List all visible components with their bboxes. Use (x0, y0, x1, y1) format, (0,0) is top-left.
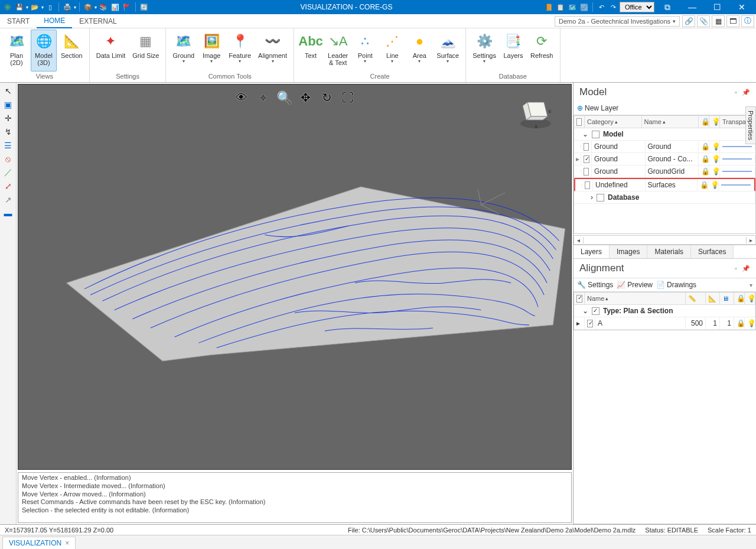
ground-button[interactable]: 🗺️Ground▾ (170, 30, 197, 72)
line3-icon[interactable]: ↗ (2, 194, 14, 206)
alignment-button[interactable]: 〰️Alignment▾ (255, 30, 290, 72)
image-button[interactable]: 🖼️Image▾ (198, 30, 224, 72)
tree-row[interactable]: ▸GroundGround - Co...🔒💡 (574, 153, 755, 165)
db-refresh-button[interactable]: ⟳Refresh (527, 30, 556, 72)
mini-help-icon[interactable]: ⓘ (741, 15, 754, 27)
tb-icon4[interactable]: 📈 (579, 2, 589, 12)
model-panel-tabs: Layers Images Materials Surfaces (573, 245, 756, 258)
dock-icon[interactable]: ▫ (735, 265, 737, 272)
tab-materials[interactable]: Materials (647, 245, 691, 258)
log-line: Move Vertex - Arrow moved... (Informatio… (22, 490, 568, 499)
tree-hscroll[interactable]: ◂▸ (573, 235, 756, 245)
redo-icon[interactable]: ↷ (608, 2, 618, 12)
undo-icon[interactable]: ↶ (596, 2, 607, 12)
align-type-row[interactable]: ⌄Type: Plan & Section (574, 305, 755, 317)
leader-text-button[interactable]: ↘ALeader & Text (325, 30, 351, 72)
tree-database[interactable]: ›Database (574, 191, 755, 204)
log-line: Reset Commands - Active commands have be… (22, 498, 568, 506)
maximize-icon[interactable]: ☐ (705, 0, 729, 14)
properties-tab[interactable]: Properties (745, 106, 756, 144)
restore-window-icon[interactable]: ⧉ (656, 0, 679, 14)
layer-icon[interactable]: ▬ (2, 207, 14, 219)
surface-button[interactable]: 🗻Surface▾ (434, 30, 462, 72)
select-cross-icon[interactable]: ✛ (2, 112, 14, 124)
data-limit-button[interactable]: ✦Data Limit (93, 30, 129, 72)
doc-icon[interactable]: ▯ (45, 2, 56, 12)
flag-icon[interactable]: 🚩 (122, 2, 132, 12)
align-settings-button[interactable]: 🔧Settings (577, 281, 613, 289)
tab-layers[interactable]: Layers (573, 245, 610, 258)
line-button[interactable]: ⋰Line▾ (379, 30, 405, 72)
line2-icon[interactable]: ⤢ (2, 180, 14, 192)
model-panel-header: Model ▫📌 (573, 83, 756, 102)
db-settings-button[interactable]: ⚙️Settings▾ (470, 30, 499, 72)
tab-external[interactable]: EXTERNAL (72, 15, 123, 28)
db-layers-button[interactable]: 📑Layers (500, 30, 526, 72)
dock-icon[interactable]: ▫ (735, 89, 737, 96)
axis-icon[interactable]: ↯ (2, 126, 14, 138)
status-scale: Scale Factor: 1 (708, 527, 751, 534)
cursor-icon[interactable]: ↖ (2, 85, 14, 97)
status-bar: X=1573917.05 Y=5181691.29 Z=0.00 File: C… (0, 524, 756, 535)
group-views-label: Views (4, 72, 86, 81)
svg-marker-6 (66, 187, 565, 361)
model-3d-button[interactable]: 🌐Model (3D) (31, 30, 57, 72)
tree-root[interactable]: ⌄Model (574, 128, 755, 141)
tree-row[interactable]: GroundGround🔒💡 (574, 141, 755, 153)
log-line: Move Vertex - Intermediate moved... (Inf… (22, 482, 568, 490)
new-layer-button[interactable]: ⊕New Layer (577, 104, 618, 112)
grid-size-button[interactable]: ▦Grid Size (129, 30, 162, 72)
chart-icon[interactable]: 📊 (110, 2, 120, 12)
viewport-3d[interactable]: 👁 ⌖ 🔍 ✥ ↻ ⛶ ES (18, 84, 572, 470)
breadcrumb[interactable]: Demo 2a - Geotechnical Investigations▾ (555, 16, 680, 27)
log-panel[interactable]: Move Vertex - enabled... (Information) M… (18, 472, 572, 523)
log-line: Move Vertex - enabled... (Information) (22, 474, 568, 482)
area-button[interactable]: ●Area▾ (406, 30, 432, 72)
pin-icon[interactable]: 📌 (742, 265, 750, 272)
tab-home[interactable]: HOME (37, 14, 72, 28)
log-line: Selection - the selected entity is not e… (22, 506, 568, 515)
group-database-label: Database (470, 72, 556, 81)
panel-menu-icon[interactable]: ▾ (750, 282, 752, 288)
line1-icon[interactable]: ／ (2, 167, 14, 178)
align-drawings-button[interactable]: 📄Drawings (656, 281, 696, 289)
hide-icon[interactable]: ⦸ (2, 153, 14, 165)
mini-win-icon[interactable]: 🗖 (726, 15, 739, 27)
tree-row[interactable]: UndefinedSurfaces🔒💡 (574, 178, 755, 191)
align-data-row[interactable]: ▸ A 500 1 1 🔒 💡 (574, 317, 755, 330)
tree-row[interactable]: GroundGroundGrid🔒💡 (574, 165, 755, 178)
app-icon[interactable]: ✳️ (2, 2, 13, 12)
pin-icon[interactable]: 📌 (742, 89, 750, 96)
tb-icon2[interactable]: 📋 (555, 2, 566, 12)
quick-access-toolbar: ✳️ 💾▾ 📂▾ ▯ 🖨️▾ 📦▾ 📚 📊 🚩 🔄 (2, 2, 149, 12)
mini-link-icon[interactable]: 🔗 (682, 15, 695, 27)
minimize-icon[interactable]: — (680, 0, 704, 14)
close-icon[interactable]: ✕ (730, 0, 754, 14)
print-icon[interactable]: 🖨️ (62, 2, 73, 12)
refresh-icon[interactable]: 🔄 (139, 2, 149, 12)
text-button[interactable]: AbcText (298, 30, 324, 72)
open-icon[interactable]: 📂 (30, 2, 40, 12)
box-icon[interactable]: 📦 (83, 2, 93, 12)
theme-select[interactable]: Office (620, 2, 654, 12)
left-toolbar: ↖ ▣ ✛ ↯ ☰ ⦸ ／ ⤢ ↗ ▬ (0, 83, 17, 524)
tab-images[interactable]: Images (610, 245, 647, 258)
tab-start[interactable]: START (0, 15, 37, 28)
close-tab-icon[interactable]: × (65, 539, 69, 547)
section-button[interactable]: 📐Section (58, 30, 86, 72)
save-icon[interactable]: 💾 (14, 2, 25, 12)
mini-grid-icon[interactable]: ▦ (712, 15, 725, 27)
feature-button[interactable]: 📍Feature▾ (226, 30, 254, 72)
select-rect-icon[interactable]: ▣ (2, 99, 14, 111)
tb-icon1[interactable]: 📙 (543, 2, 554, 12)
layers-icon[interactable]: 📚 (98, 2, 109, 12)
tab-surfaces[interactable]: Surfaces (691, 245, 734, 258)
group-settings-label: Settings (93, 72, 162, 81)
doctab-visualization[interactable]: VISUALIZATION× (2, 537, 76, 549)
align-preview-button[interactable]: 📈Preview (617, 281, 653, 289)
grid-rows-icon[interactable]: ☰ (2, 139, 14, 151)
plan-2d-button[interactable]: 🗺️Plan (2D) (4, 30, 30, 72)
mini-clip-icon[interactable]: 📎 (697, 15, 710, 27)
tb-icon3[interactable]: 🗺️ (567, 2, 578, 12)
point-button[interactable]: ∴Point▾ (352, 30, 378, 72)
